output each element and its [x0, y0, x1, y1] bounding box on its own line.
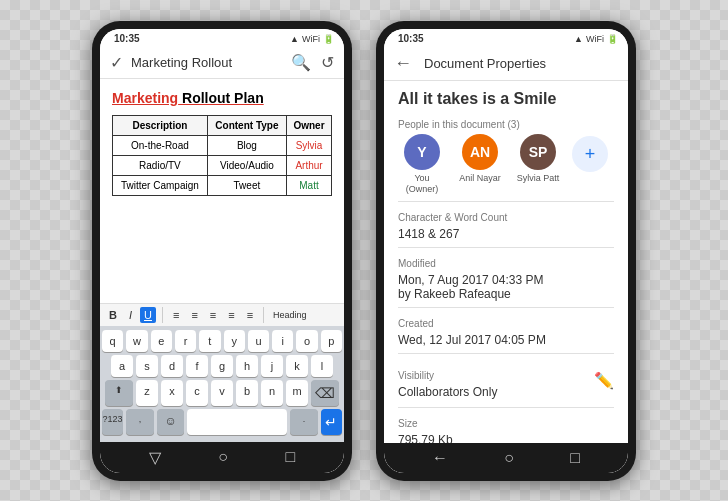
person-name-anil: Anil Nayar: [459, 173, 501, 184]
table-row: Radio/TV Video/Audio Arthur: [113, 155, 332, 175]
people-label: People in this document (3): [398, 119, 614, 130]
doc-table: Description Content Type Owner On-the-Ro…: [112, 115, 332, 196]
table-header-row: Description Content Type Owner: [113, 115, 332, 135]
key-d[interactable]: d: [161, 355, 183, 377]
toolbar-divider-2: [263, 307, 264, 323]
key-m[interactable]: m: [286, 380, 308, 406]
comma-key[interactable]: ,: [126, 409, 154, 435]
cell-description-2: Radio/TV: [113, 155, 208, 175]
key-g[interactable]: g: [211, 355, 233, 377]
key-z[interactable]: z: [136, 380, 158, 406]
enter-key[interactable]: ↵: [321, 409, 342, 435]
divider-1: [398, 201, 614, 202]
key-n[interactable]: n: [261, 380, 283, 406]
delete-key[interactable]: ⌫: [311, 380, 339, 406]
cell-owner-1: Sylvia: [287, 135, 332, 155]
key-f[interactable]: f: [186, 355, 208, 377]
visibility-text: Visibility Collaborators Only: [398, 360, 497, 401]
key-w[interactable]: w: [126, 330, 147, 352]
created-value: Wed, 12 Jul 2017 04:05 PM: [398, 333, 614, 347]
home-nav-icon[interactable]: ○: [218, 448, 228, 466]
key-h[interactable]: h: [236, 355, 258, 377]
search-icon[interactable]: 🔍: [291, 53, 311, 72]
heading-button[interactable]: Heading: [270, 308, 310, 322]
key-j[interactable]: j: [261, 355, 283, 377]
nav-bar-1: ▽ ○ □: [100, 442, 344, 473]
app-bar-2: ← Document Properties: [384, 47, 628, 81]
app-bar-title-2: Document Properties: [424, 56, 618, 71]
italic-button[interactable]: I: [125, 307, 136, 323]
key-u[interactable]: u: [248, 330, 269, 352]
home-nav-icon-2[interactable]: ○: [504, 449, 514, 467]
col-header-description: Description: [113, 115, 208, 135]
key-v[interactable]: v: [211, 380, 233, 406]
key-t[interactable]: t: [199, 330, 220, 352]
back-nav-icon[interactable]: ▽: [149, 448, 161, 467]
underline-button[interactable]: U: [140, 307, 156, 323]
col-header-content-type: Content Type: [207, 115, 286, 135]
key-i[interactable]: i: [272, 330, 293, 352]
period-key[interactable]: .: [290, 409, 318, 435]
key-r[interactable]: r: [175, 330, 196, 352]
divider-2: [398, 247, 614, 248]
check-icon[interactable]: ✓: [110, 53, 123, 72]
doc-content-1: Marketing Rollout Plan Description Conte…: [100, 79, 344, 303]
symbols-key[interactable]: ?123: [102, 409, 123, 435]
keyboard-row-1: q w e r t y u i o p: [102, 330, 342, 352]
key-y[interactable]: y: [224, 330, 245, 352]
format-toolbar: B I U ≡ ≡ ≡ ≡ ≡ Heading: [100, 303, 344, 326]
battery-icon: 🔋: [323, 34, 334, 44]
person-anil: AN Anil Nayar: [456, 134, 504, 195]
status-bar-1: 10:35 ▲ WiFi 🔋: [100, 29, 344, 47]
shift-key[interactable]: ⬆: [105, 380, 133, 406]
key-o[interactable]: o: [296, 330, 317, 352]
back-nav-icon-2[interactable]: ←: [432, 449, 448, 467]
people-row: Y You(Owner) AN Anil Nayar SP Sylvia Pat…: [398, 134, 614, 195]
nav-bar-2: ← ○ □: [384, 443, 628, 473]
app-bar-actions-1: 🔍 ↺: [291, 53, 334, 72]
person-name-you: You(Owner): [406, 173, 439, 195]
cell-type-1: Blog: [207, 135, 286, 155]
modified-value: Mon, 7 Aug 2017 04:33 PMby Rakeeb Rafeaq…: [398, 273, 614, 301]
bold-button[interactable]: B: [105, 307, 121, 323]
key-c[interactable]: c: [186, 380, 208, 406]
key-e[interactable]: e: [151, 330, 172, 352]
key-k[interactable]: k: [286, 355, 308, 377]
visibility-section: Visibility Collaborators Only ✏️: [398, 360, 614, 401]
avatar-you: Y: [404, 134, 440, 170]
key-a[interactable]: a: [111, 355, 133, 377]
recent-nav-icon-2[interactable]: □: [570, 449, 580, 467]
indent-button[interactable]: ≡: [243, 307, 257, 323]
back-button[interactable]: ←: [394, 53, 412, 74]
key-b[interactable]: b: [236, 380, 258, 406]
align-right-button[interactable]: ≡: [206, 307, 220, 323]
divider-3: [398, 307, 614, 308]
phone-1: 10:35 ▲ WiFi 🔋 ✓ Marketing Rollout 🔍 ↺: [92, 21, 352, 481]
app-bar-title-1: Marketing Rollout: [131, 55, 283, 70]
table-row: Twitter Campaign Tweet Matt: [113, 175, 332, 195]
refresh-icon[interactable]: ↺: [321, 53, 334, 72]
edit-visibility-icon[interactable]: ✏️: [594, 371, 614, 390]
key-x[interactable]: x: [161, 380, 183, 406]
size-value: 795.79 Kb: [398, 433, 614, 443]
emoji-key[interactable]: ☺: [157, 409, 185, 435]
add-person-button[interactable]: +: [572, 136, 608, 172]
char-word-value: 1418 & 267: [398, 227, 614, 241]
visibility-value: Collaborators Only: [398, 385, 497, 399]
signal-icon-2: ▲: [574, 34, 583, 44]
person-sylvia: SP Sylvia Patt: [514, 134, 562, 195]
list-button[interactable]: ≡: [224, 307, 238, 323]
cell-owner-2: Arthur: [287, 155, 332, 175]
key-q[interactable]: q: [102, 330, 123, 352]
doc-title-1: Marketing Rollout Plan: [112, 89, 332, 107]
align-center-button[interactable]: ≡: [187, 307, 201, 323]
key-s[interactable]: s: [136, 355, 158, 377]
cell-type-3: Tweet: [207, 175, 286, 195]
person-you: Y You(Owner): [398, 134, 446, 195]
align-left-button[interactable]: ≡: [169, 307, 183, 323]
key-l[interactable]: l: [311, 355, 333, 377]
visibility-label: Visibility: [398, 370, 497, 381]
recent-nav-icon[interactable]: □: [286, 448, 296, 466]
key-p[interactable]: p: [321, 330, 342, 352]
space-key[interactable]: [187, 409, 287, 435]
